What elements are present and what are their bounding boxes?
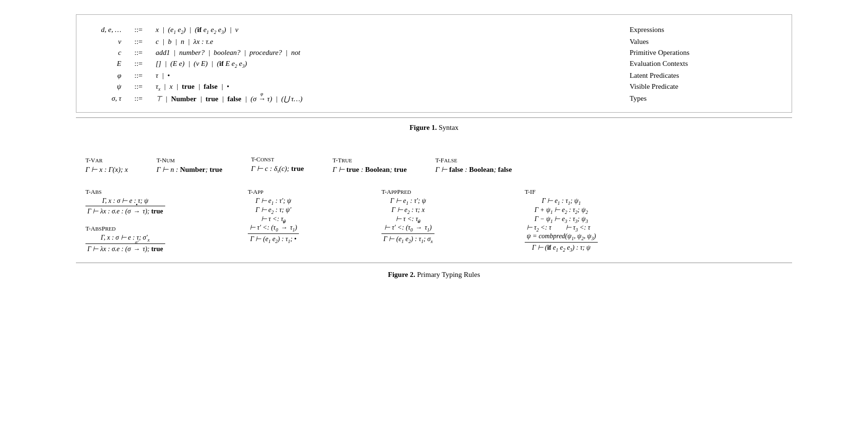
figure1-caption-label: Figure 1. xyxy=(410,124,437,131)
rule-tapp: T-APP Γ ⊢ e1 : τ′; ψ Γ ⊢ e2 : τ; ψ′ ⊢ τ … xyxy=(248,188,353,244)
grammar-label-expressions: Expressions xyxy=(601,24,773,36)
typing-rules-row2: T-ABS Γ, x : σ ⊢ e : τ; ψ Γ ⊢ λx : σ.e :… xyxy=(76,188,792,253)
grammar-row-primitive: c ::= add1 | number? | boolean? | proced… xyxy=(95,47,773,58)
figure2-caption-label: Figure 2. xyxy=(388,271,415,278)
rule-tapppred-premises: Γ ⊢ e1 : τ′; ψ Γ ⊢ e2 : τ; x ⊢ τ <: τ0 ⊢… xyxy=(381,197,434,234)
grammar-rhs-expressions: x | (e1 e2) | (if e1 e2 e3) | v xyxy=(153,24,601,36)
figure1-caption-text: Syntax xyxy=(439,124,459,131)
grammar-label-primitive: Primitive Operations xyxy=(601,47,773,58)
grammar-row-expressions: d, e, … ::= x | (e1 e2) | (if e1 e2 e3) … xyxy=(95,24,773,36)
grammar-row-visible: ψ ::= τx | x | true | false | • Visible … xyxy=(95,81,773,93)
rule-ttrue-name: T-TRUE xyxy=(333,157,352,164)
figure2-caption: Figure 2. Primary Typing Rules xyxy=(76,271,792,279)
grammar-label-types: Types xyxy=(601,93,773,105)
grammar-var-values: v xyxy=(95,36,124,47)
rule-tapp-premises: Γ ⊢ e1 : τ′; ψ Γ ⊢ e2 : τ; ψ′ ⊢ τ <: τ0 … xyxy=(248,197,299,234)
rule-tapp-name: T-APP xyxy=(248,188,264,196)
grammar-var-latent: φ xyxy=(95,70,124,81)
rule-tfalse-name: T-FALSE xyxy=(435,157,457,164)
rule-tabspred-fraction: Γ, x : σ ⊢ e : τ; σ′x Γ ⊢ λx : σ.e : (σ … xyxy=(85,233,165,253)
rule-tif-premises: Γ ⊢ e1 : τ1; ψ1 Γ + ψ1 ⊢ e2 : τ2; ψ2 Γ −… xyxy=(525,197,598,243)
rule-ttrue: T-TRUE Γ ⊢ true : Boolean; true xyxy=(333,157,407,174)
grammar-row-evalctx: E ::= [] | (E e) | (v E) | (if E e2 e3) … xyxy=(95,58,773,70)
rule-tvar-name: T-VAR xyxy=(85,157,103,164)
figure1-top-rule xyxy=(76,117,792,118)
rule-tnum-conclusion: Γ ⊢ n : Number; true xyxy=(157,165,222,174)
rule-tabspred-name: T-ABSPRED xyxy=(85,225,116,233)
grammar-sep-values: ::= xyxy=(124,36,153,47)
grammar-var-visible: ψ xyxy=(95,81,124,93)
figure2-caption-text: Primary Typing Rules xyxy=(417,271,480,278)
rule-tconst: T-CONST Γ ⊢ c : δτ(c); true xyxy=(251,156,304,174)
grammar-var-expressions: d, e, … xyxy=(95,24,124,36)
figure1-caption: Figure 1. Syntax xyxy=(76,124,792,132)
rule-tapppred-conclusion: Γ ⊢ (e1 e2) : τ1; σx xyxy=(381,234,434,244)
rule-tapppred: T-APPPRED Γ ⊢ e1 : τ′; ψ Γ ⊢ e2 : τ; x ⊢… xyxy=(381,188,496,244)
rule-tconst-name: T-CONST xyxy=(251,156,274,163)
rule-tif-fraction: Γ ⊢ e1 : τ1; ψ1 Γ + ψ1 ⊢ e2 : τ2; ψ2 Γ −… xyxy=(525,197,598,253)
rule-tabs-conclusion: Γ ⊢ λx : σ.e : (σ • → τ); true xyxy=(85,206,165,215)
grammar-label-visible: Visible Predicate xyxy=(601,81,773,93)
grammar-row-values: v ::= c | b | n | λx : τ.e Values xyxy=(95,36,773,47)
grammar-label-latent: Latent Predicates xyxy=(601,70,773,81)
page-content: d, e, … ::= x | (e1 e2) | (if e1 e2 e3) … xyxy=(76,14,792,279)
grammar-sep-latent: ::= xyxy=(124,70,153,81)
rule-tapp-fraction: Γ ⊢ e1 : τ′; ψ Γ ⊢ e2 : τ; ψ′ ⊢ τ <: τ0 … xyxy=(248,197,299,244)
grammar-rhs-visible: τx | x | true | false | • xyxy=(153,81,601,93)
spacer1 xyxy=(76,132,792,146)
grammar-var-primitive: c xyxy=(95,47,124,58)
typing-rules-row1: T-VAR Γ ⊢ x : Γ(x); x T-NUM Γ ⊢ n : Numb… xyxy=(76,156,792,174)
figure2-area: T-VAR Γ ⊢ x : Γ(x); x T-NUM Γ ⊢ n : Numb… xyxy=(76,156,792,253)
grammar-rhs-primitive: add1 | number? | boolean? | procedure? |… xyxy=(153,47,601,58)
rule-tfalse: T-FALSE Γ ⊢ false : Boolean; false xyxy=(435,157,512,174)
rule-tabspred-conclusion: Γ ⊢ λx : σ.e : (σ σ′ → τ); true xyxy=(85,244,165,253)
grammar-rhs-values: c | b | n | λx : τ.e xyxy=(153,36,601,47)
grammar-sep-types: ::= xyxy=(124,93,153,105)
rule-tvar-conclusion: Γ ⊢ x : Γ(x); x xyxy=(85,165,128,174)
rule-tnum-name: T-NUM xyxy=(157,157,175,164)
rule-tif-name: T-IF xyxy=(525,188,536,196)
rule-tnum: T-NUM Γ ⊢ n : Number; true xyxy=(157,157,222,174)
grammar-sep-evalctx: ::= xyxy=(124,58,153,70)
rule-tabs-fraction: Γ, x : σ ⊢ e : τ; ψ Γ ⊢ λx : σ.e : (σ • … xyxy=(85,197,165,215)
rule-tif: T-IF Γ ⊢ e1 : τ1; ψ1 Γ + ψ1 ⊢ e2 : τ2; ψ… xyxy=(525,188,677,253)
grammar-var-types: σ, τ xyxy=(95,93,124,105)
figure1-box: d, e, … ::= x | (e1 e2) | (if e1 e2 e3) … xyxy=(76,14,792,113)
rule-tabs-name: T-ABS xyxy=(85,188,102,196)
grammar-rhs-evalctx: [] | (E e) | (v E) | (if E e2 e3) xyxy=(153,58,601,70)
grammar-row-latent: φ ::= τ | • Latent Predicates xyxy=(95,70,773,81)
rule-tapppred-fraction: Γ ⊢ e1 : τ′; ψ Γ ⊢ e2 : τ; x ⊢ τ <: τ0 ⊢… xyxy=(381,197,434,244)
rule-tabspred-premises: Γ, x : σ ⊢ e : τ; σ′x xyxy=(85,233,165,244)
rule-tapp-conclusion: Γ ⊢ (e1 e2) : τ1; • xyxy=(248,234,298,244)
grammar-sep-expressions: ::= xyxy=(124,24,153,36)
col-abs: T-ABS Γ, x : σ ⊢ e : τ; ψ Γ ⊢ λx : σ.e :… xyxy=(85,188,219,253)
rule-tabspred: T-ABSPRED Γ, x : σ ⊢ e : τ; σ′x Γ ⊢ λx :… xyxy=(85,225,219,253)
grammar-label-evalctx: Evaluation Contexts xyxy=(601,58,773,70)
rule-tabs-premises: Γ, x : σ ⊢ e : τ; ψ xyxy=(85,197,165,206)
rule-ttrue-conclusion: Γ ⊢ true : Boolean; true xyxy=(333,165,407,174)
rule-tvar: T-VAR Γ ⊢ x : Γ(x); x xyxy=(85,157,128,174)
figure2-top-rule xyxy=(76,263,792,263)
rule-tabs: T-ABS Γ, x : σ ⊢ e : τ; ψ Γ ⊢ λx : σ.e :… xyxy=(85,188,219,215)
grammar-table: d, e, … ::= x | (e1 e2) | (if e1 e2 e3) … xyxy=(95,24,773,105)
grammar-label-values: Values xyxy=(601,36,773,47)
rule-tapppred-name: T-APPPRED xyxy=(381,188,411,196)
grammar-sep-visible: ::= xyxy=(124,81,153,93)
grammar-sep-primitive: ::= xyxy=(124,47,153,58)
grammar-row-types: σ, τ ::= ⊤ | Number | true | false | (σ … xyxy=(95,93,773,105)
grammar-rhs-types: ⊤ | Number | true | false | (σ φ → τ) | … xyxy=(153,93,601,105)
grammar-rhs-latent: τ | • xyxy=(153,70,601,81)
rule-tconst-conclusion: Γ ⊢ c : δτ(c); true xyxy=(251,164,304,174)
rule-tfalse-conclusion: Γ ⊢ false : Boolean; false xyxy=(435,165,512,174)
rule-tif-conclusion: Γ ⊢ (if e1 e2 e3) : τ; ψ xyxy=(530,243,593,253)
grammar-var-evalctx: E xyxy=(95,58,124,70)
